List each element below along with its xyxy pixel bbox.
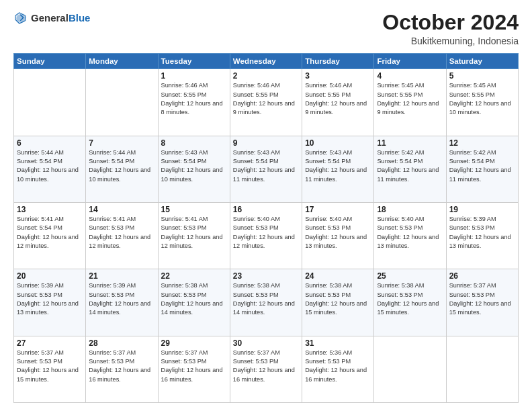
sunrise: Sunrise: 5:41 AM <box>17 216 64 222</box>
day-number: 29 <box>161 338 227 348</box>
calendar-cell: 8Sunrise: 5:43 AMSunset: 5:54 PMDaylight… <box>158 136 230 202</box>
daylight: Daylight: 12 hours and 12 minutes. <box>161 234 223 249</box>
calendar-week-1: 1Sunrise: 5:46 AMSunset: 5:55 PMDaylight… <box>14 69 519 136</box>
sunset: Sunset: 5:54 PM <box>17 224 62 231</box>
day-number: 15 <box>161 205 227 214</box>
calendar-cell: 9Sunrise: 5:43 AMSunset: 5:54 PMDaylight… <box>230 136 302 202</box>
day-number: 18 <box>377 205 443 214</box>
sunrise: Sunrise: 5:40 AM <box>377 216 424 222</box>
day-info: Sunrise: 5:38 AMSunset: 5:53 PMDaylight:… <box>233 281 299 317</box>
daylight: Daylight: 12 hours and 9 minutes. <box>377 100 439 116</box>
sunrise: Sunrise: 5:42 AM <box>449 149 496 156</box>
daylight: Daylight: 12 hours and 14 minutes. <box>89 300 150 316</box>
day-header-wednesday: Wednesday <box>230 54 302 69</box>
day-info: Sunrise: 5:39 AMSunset: 5:53 PMDaylight:… <box>449 215 515 250</box>
calendar-week-5: 27Sunrise: 5:37 AMSunset: 5:53 PMDayligh… <box>14 336 519 402</box>
calendar-cell <box>14 69 86 136</box>
day-number: 30 <box>233 338 299 348</box>
day-info: Sunrise: 5:43 AMSunset: 5:54 PMDaylight:… <box>161 148 227 184</box>
sunrise: Sunrise: 5:46 AM <box>161 82 208 89</box>
sunrise: Sunrise: 5:44 AM <box>17 149 64 156</box>
day-number: 1 <box>161 71 227 81</box>
sunrise: Sunrise: 5:38 AM <box>233 282 280 289</box>
sunset: Sunset: 5:53 PM <box>161 291 207 298</box>
calendar-cell: 23Sunrise: 5:38 AMSunset: 5:53 PMDayligh… <box>230 269 302 336</box>
sunset: Sunset: 5:54 PM <box>89 158 134 165</box>
daylight: Daylight: 12 hours and 10 minutes. <box>449 100 511 116</box>
day-info: Sunrise: 5:39 AMSunset: 5:53 PMDaylight:… <box>17 281 83 317</box>
daylight: Daylight: 12 hours and 10 minutes. <box>161 167 223 182</box>
sunrise: Sunrise: 5:46 AM <box>233 82 280 89</box>
logo-general: General <box>31 13 69 24</box>
daylight: Daylight: 12 hours and 9 minutes. <box>233 100 295 116</box>
calendar-table: SundayMondayTuesdayWednesdayThursdayFrid… <box>13 53 519 403</box>
sunset: Sunset: 5:53 PM <box>161 224 207 231</box>
day-info: Sunrise: 5:41 AMSunset: 5:53 PMDaylight:… <box>89 215 154 250</box>
daylight: Daylight: 12 hours and 12 minutes. <box>17 234 79 249</box>
location: Bukitkemuning, Indonesia <box>382 36 519 46</box>
day-info: Sunrise: 5:37 AMSunset: 5:53 PMDaylight:… <box>17 349 83 384</box>
calendar-cell: 17Sunrise: 5:40 AMSunset: 5:53 PMDayligh… <box>302 202 374 269</box>
calendar-cell: 15Sunrise: 5:41 AMSunset: 5:53 PMDayligh… <box>158 202 230 269</box>
sunset: Sunset: 5:54 PM <box>449 158 495 165</box>
day-number: 6 <box>17 138 83 148</box>
sunrise: Sunrise: 5:41 AM <box>161 216 208 222</box>
sunrise: Sunrise: 5:39 AM <box>89 282 136 289</box>
calendar-header-row: SundayMondayTuesdayWednesdayThursdayFrid… <box>14 54 519 69</box>
day-number: 11 <box>377 138 443 148</box>
sunset: Sunset: 5:53 PM <box>449 291 495 298</box>
calendar-cell: 26Sunrise: 5:37 AMSunset: 5:53 PMDayligh… <box>446 269 518 336</box>
day-info: Sunrise: 5:44 AMSunset: 5:54 PMDaylight:… <box>89 148 154 184</box>
sunset: Sunset: 5:55 PM <box>449 91 495 98</box>
calendar-cell <box>86 69 158 136</box>
day-number: 9 <box>233 138 299 148</box>
daylight: Daylight: 12 hours and 8 minutes. <box>161 100 223 116</box>
calendar-cell: 14Sunrise: 5:41 AMSunset: 5:53 PMDayligh… <box>86 202 158 269</box>
sunset: Sunset: 5:53 PM <box>89 224 134 231</box>
day-number: 24 <box>305 271 371 281</box>
calendar-cell: 11Sunrise: 5:42 AMSunset: 5:54 PMDayligh… <box>374 136 446 202</box>
daylight: Daylight: 12 hours and 14 minutes. <box>161 300 223 316</box>
daylight: Daylight: 12 hours and 14 minutes. <box>233 300 295 316</box>
day-number: 27 <box>17 338 83 348</box>
daylight: Daylight: 12 hours and 11 minutes. <box>305 167 367 182</box>
sunset: Sunset: 5:55 PM <box>161 91 207 98</box>
day-info: Sunrise: 5:45 AMSunset: 5:55 PMDaylight:… <box>449 81 515 117</box>
calendar-cell: 13Sunrise: 5:41 AMSunset: 5:54 PMDayligh… <box>14 202 86 269</box>
day-header-thursday: Thursday <box>302 54 374 69</box>
calendar-cell: 3Sunrise: 5:46 AMSunset: 5:55 PMDaylight… <box>302 69 374 136</box>
calendar-cell: 12Sunrise: 5:42 AMSunset: 5:54 PMDayligh… <box>446 136 518 202</box>
calendar-cell: 6Sunrise: 5:44 AMSunset: 5:54 PMDaylight… <box>14 136 86 202</box>
sunset: Sunset: 5:53 PM <box>377 224 423 231</box>
sunset: Sunset: 5:53 PM <box>233 224 279 231</box>
day-header-saturday: Saturday <box>446 54 518 69</box>
day-header-friday: Friday <box>374 54 446 69</box>
sunrise: Sunrise: 5:37 AM <box>233 349 280 356</box>
daylight: Daylight: 12 hours and 16 minutes. <box>233 367 295 382</box>
day-number: 13 <box>17 205 83 214</box>
sunrise: Sunrise: 5:38 AM <box>377 282 424 289</box>
daylight: Daylight: 12 hours and 15 minutes. <box>449 300 511 316</box>
day-info: Sunrise: 5:37 AMSunset: 5:53 PMDaylight:… <box>449 281 515 317</box>
sunset: Sunset: 5:53 PM <box>305 291 351 298</box>
sunrise: Sunrise: 5:38 AM <box>305 282 352 289</box>
calendar-cell <box>446 336 518 402</box>
sunrise: Sunrise: 5:46 AM <box>305 82 352 89</box>
sunrise: Sunrise: 5:36 AM <box>305 349 352 356</box>
calendar-cell <box>374 336 446 402</box>
daylight: Daylight: 12 hours and 15 minutes. <box>305 300 367 316</box>
calendar-cell: 22Sunrise: 5:38 AMSunset: 5:53 PMDayligh… <box>158 269 230 336</box>
sunrise: Sunrise: 5:40 AM <box>305 216 352 222</box>
sunset: Sunset: 5:53 PM <box>89 358 134 365</box>
sunrise: Sunrise: 5:41 AM <box>89 216 136 222</box>
sunrise: Sunrise: 5:40 AM <box>233 216 280 222</box>
sunset: Sunset: 5:54 PM <box>161 158 207 165</box>
day-number: 26 <box>449 271 515 281</box>
calendar-cell: 5Sunrise: 5:45 AMSunset: 5:55 PMDaylight… <box>446 69 518 136</box>
day-number: 4 <box>377 71 443 81</box>
sunset: Sunset: 5:53 PM <box>89 291 134 298</box>
day-number: 14 <box>89 205 154 214</box>
day-header-sunday: Sunday <box>14 54 86 69</box>
day-number: 20 <box>17 271 83 281</box>
logo: GeneralBlue <box>13 11 90 26</box>
